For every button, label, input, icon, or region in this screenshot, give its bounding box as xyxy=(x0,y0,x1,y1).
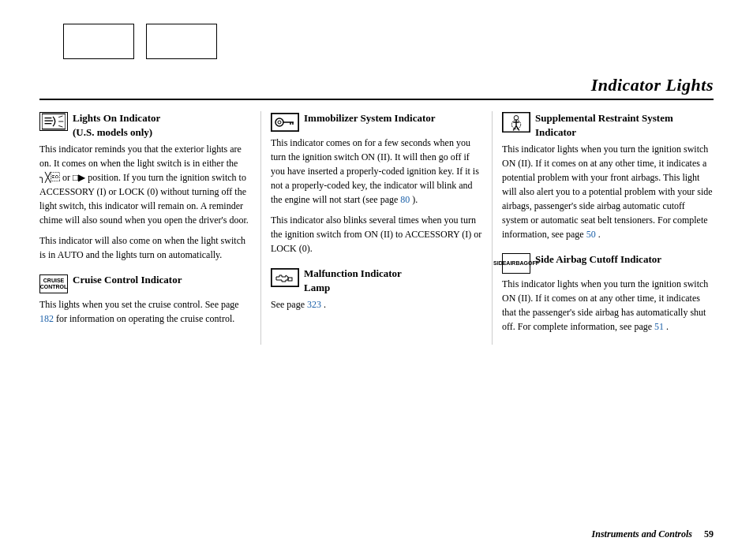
section-cruise-control: CRUISE CONTROL Cruise Control Indicator … xyxy=(39,273,251,326)
column-3: Supplemental Restraint System Indicator … xyxy=(493,111,714,345)
page-title: Indicator Lights xyxy=(591,75,714,95)
link-182[interactable]: 182 xyxy=(39,313,54,324)
section-immobilizer-body: This indicator comes on for a few second… xyxy=(271,136,482,256)
svg-rect-13 xyxy=(272,269,298,286)
malfunction-indicator-title: Malfunction Indicator xyxy=(304,267,402,281)
side-airbag-title: Side Airbag Cutoff Indicator xyxy=(535,252,661,267)
footer-page: 59 xyxy=(704,528,714,539)
top-image-2 xyxy=(146,24,217,59)
section-srs: Supplemental Restraint System Indicator … xyxy=(502,111,714,241)
section-malfunction-header: Malfunction Indicator Lamp xyxy=(271,267,482,294)
malfunction-lamp-title: Lamp xyxy=(304,281,402,295)
section-lights-on: Lights On Indicator (U.S. models only) T… xyxy=(39,111,251,262)
top-images-area xyxy=(63,24,714,59)
page: Indicator Lights xyxy=(0,0,753,560)
malfunction-icon xyxy=(271,267,299,288)
section-cruise-body: This lights when you set the cruise cont… xyxy=(39,297,251,326)
section-side-airbag: SIDE AIRBAG OFF Side Airbag Cutoff Indic… xyxy=(502,252,714,334)
lights-on-icon xyxy=(39,112,68,131)
link-323[interactable]: 323 xyxy=(307,299,321,310)
page-footer: Instruments and Controls 59 xyxy=(592,528,714,540)
immobilizer-icon xyxy=(271,112,299,133)
section-immobilizer-header: Immobilizer System Indicator xyxy=(271,111,482,133)
section-side-airbag-body: This indicator lights when you turn the … xyxy=(502,277,714,334)
section-side-airbag-header: SIDE AIRBAG OFF Side Airbag Cutoff Indic… xyxy=(502,252,714,274)
section-cruise-header: CRUISE CONTROL Cruise Control Indicator xyxy=(39,273,251,294)
top-image-1 xyxy=(63,24,134,59)
section-immobilizer: Immobilizer System Indicator This indica… xyxy=(271,111,482,256)
footer-spacer xyxy=(695,528,702,539)
section-lights-on-header: Lights On Indicator (U.S. models only) xyxy=(39,111,251,139)
link-80[interactable]: 80 xyxy=(400,194,410,205)
link-51[interactable]: 51 xyxy=(654,321,664,332)
link-50[interactable]: 50 xyxy=(586,229,596,240)
content-columns: Lights On Indicator (U.S. models only) T… xyxy=(39,111,714,345)
side-airbag-icon: SIDE AIRBAG OFF xyxy=(502,253,530,274)
section-lights-on-body: This indicator reminds you that the exte… xyxy=(39,142,251,262)
column-2: Immobilizer System Indicator This indica… xyxy=(261,111,493,345)
cruise-control-icon: CRUISE CONTROL xyxy=(39,274,68,294)
malfunction-title-block: Malfunction Indicator Lamp xyxy=(304,267,402,294)
footer-section: Instruments and Controls xyxy=(592,528,692,539)
column-1: Lights On Indicator (U.S. models only) T… xyxy=(39,111,261,345)
section-malfunction: Malfunction Indicator Lamp See page 323 … xyxy=(271,267,482,312)
section-lights-on-title: Lights On Indicator (U.S. models only) xyxy=(73,111,160,139)
page-header: Indicator Lights xyxy=(39,75,714,100)
srs-icon xyxy=(502,112,530,133)
cruise-control-title: Cruise Control Indicator xyxy=(73,273,182,287)
immobilizer-title: Immobilizer System Indicator xyxy=(304,111,436,125)
section-srs-header: Supplemental Restraint System Indicator xyxy=(502,111,714,139)
section-srs-body: This indicator lights when you turn the … xyxy=(502,142,714,241)
section-malfunction-body: See page 323 . xyxy=(271,297,482,312)
srs-title: Supplemental Restraint System Indicator xyxy=(535,111,714,139)
